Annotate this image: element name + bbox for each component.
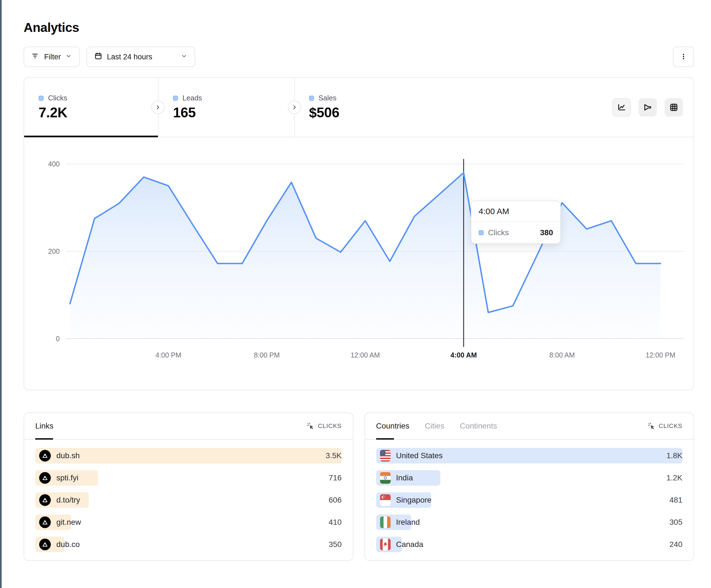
tooltip-time: 4:00 AM — [471, 201, 560, 222]
list-item[interactable]: Ireland 305 — [376, 515, 683, 530]
line-chart-icon — [617, 103, 626, 112]
item-label: git.new — [56, 518, 81, 527]
sales-legend-swatch — [309, 96, 314, 101]
tab-continents[interactable]: Continents — [460, 413, 497, 439]
line-chart-view-button[interactable] — [612, 98, 631, 116]
funnel-icon — [643, 103, 652, 112]
countries-metric[interactable]: CLICKS — [648, 422, 683, 430]
countries-metric-label: CLICKS — [659, 423, 683, 430]
svg-text:12:00 PM: 12:00 PM — [645, 351, 675, 359]
more-options-button[interactable] — [673, 47, 694, 67]
item-value: 716 — [329, 473, 342, 482]
clicks-value: 7.2K — [39, 105, 158, 121]
leads-legend-swatch — [173, 96, 178, 101]
cursor-click-icon — [648, 422, 655, 430]
svg-text:8:00 AM: 8:00 AM — [550, 351, 575, 359]
chevron-right-icon — [154, 104, 161, 111]
dub-logo-avatar — [39, 516, 51, 528]
countries-panel: Countries Cities Continents CLICKS — [365, 412, 694, 561]
filter-icon — [31, 52, 40, 62]
countries-list: United States 1.8K India 1.2K Singapore … — [365, 439, 694, 552]
svg-text:4:00 AM: 4:00 AM — [451, 351, 477, 359]
item-value: 3.5K — [326, 451, 342, 460]
dub-logo-avatar — [39, 539, 51, 550]
tab-leads[interactable]: Leads 165 — [158, 78, 294, 137]
links-metric[interactable]: CLICKS — [307, 422, 342, 430]
list-item[interactable]: spti.fyi 716 — [35, 470, 342, 485]
toolbar: Filter Last 24 hours — [24, 47, 694, 67]
sg-flag-icon — [380, 494, 391, 506]
dub-logo-icon — [42, 475, 48, 481]
filter-button-label: Filter — [44, 53, 61, 61]
value-bar — [35, 448, 342, 463]
item-label: Singapore — [396, 496, 432, 504]
leads-value: 165 — [173, 105, 294, 121]
item-label: dub.sh — [56, 451, 80, 460]
in-flag-icon — [380, 472, 391, 484]
chart-view-switcher — [612, 78, 693, 137]
filter-button[interactable]: Filter — [24, 47, 80, 67]
item-label: dub.co — [56, 540, 80, 549]
dub-logo-avatar — [39, 472, 51, 484]
date-range-label: Last 24 hours — [107, 53, 152, 61]
table-view-button[interactable] — [665, 98, 683, 116]
funnel-view-button[interactable] — [639, 98, 657, 116]
list-item[interactable]: United States 1.8K — [376, 448, 683, 463]
item-value: 606 — [329, 496, 342, 504]
leaderboard-panels: Links CLICKS dub.sh 3.5K — [24, 412, 694, 561]
item-value: 410 — [329, 518, 342, 527]
svg-text:200: 200 — [48, 247, 60, 255]
svg-text:8:00 PM: 8:00 PM — [254, 351, 280, 359]
expand-clicks-leads-button[interactable] — [151, 101, 165, 114]
links-list: dub.sh 3.5K spti.fyi 716 d.to/try 606 gi… — [24, 439, 353, 552]
clicks-legend-swatch — [39, 96, 44, 101]
links-panel: Links CLICKS dub.sh 3.5K — [24, 412, 353, 561]
item-value: 240 — [669, 540, 683, 549]
leads-label: Leads — [182, 94, 202, 103]
tab-sales[interactable]: Sales $506 — [294, 78, 438, 137]
calendar-icon — [94, 52, 103, 62]
sales-label: Sales — [319, 94, 337, 103]
chevron-right-icon — [291, 104, 298, 111]
clicks-area-chart[interactable]: 02004004:00 PM8:00 PM12:00 AM4:00 AM8:00… — [24, 144, 693, 366]
list-item[interactable]: d.to/try 606 — [35, 492, 342, 508]
chevron-down-icon — [65, 53, 72, 61]
item-label: United States — [396, 451, 443, 460]
list-item[interactable]: Canada 240 — [376, 537, 683, 552]
window-edge-strip — [0, 0, 2, 588]
tab-links[interactable]: Links — [35, 413, 53, 439]
svg-text:0: 0 — [56, 335, 60, 342]
grid-icon — [669, 103, 678, 112]
ie-flag-icon — [380, 516, 391, 528]
item-label: Canada — [396, 540, 423, 549]
item-value: 1.8K — [666, 451, 683, 460]
dub-logo-icon — [42, 519, 48, 526]
dub-logo-avatar — [39, 450, 51, 461]
tab-clicks[interactable]: Clicks 7.2K — [24, 78, 158, 137]
sales-value: $506 — [309, 105, 438, 121]
item-value: 305 — [669, 518, 683, 527]
tooltip-series-label: Clicks — [488, 228, 509, 237]
item-label: India — [396, 473, 413, 482]
item-label: Ireland — [396, 518, 420, 527]
list-item[interactable]: dub.sh 3.5K — [35, 448, 342, 463]
tab-countries[interactable]: Countries — [376, 413, 409, 439]
item-value: 481 — [669, 496, 683, 504]
dub-logo-icon — [42, 452, 48, 459]
list-item[interactable]: Singapore 481 — [376, 492, 683, 508]
clicks-label: Clicks — [48, 94, 67, 103]
list-item[interactable]: dub.co 350 — [35, 537, 342, 552]
expand-leads-sales-button[interactable] — [288, 101, 301, 114]
item-label: spti.fyi — [56, 473, 78, 482]
list-item[interactable]: git.new 410 — [35, 515, 342, 530]
tab-cities[interactable]: Cities — [425, 413, 444, 439]
analytics-card: Clicks 7.2K Leads 165 Sales $506 — [24, 77, 694, 390]
date-range-button[interactable]: Last 24 hours — [86, 47, 195, 67]
kebab-menu-icon — [680, 53, 687, 61]
stat-tabs: Clicks 7.2K Leads 165 Sales $506 — [24, 78, 693, 137]
item-value: 350 — [329, 540, 342, 549]
svg-text:400: 400 — [48, 160, 60, 168]
list-item[interactable]: India 1.2K — [376, 470, 683, 485]
tooltip-clicks-swatch — [479, 230, 483, 235]
chart-tooltip: 4:00 AM Clicks 380 — [471, 201, 561, 244]
